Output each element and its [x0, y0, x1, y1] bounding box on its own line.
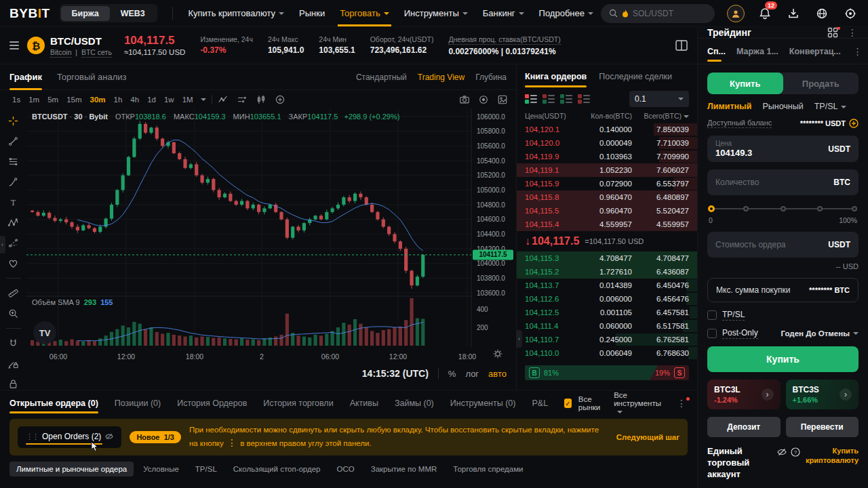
panel-layout-icon[interactable]: [675, 40, 688, 51]
deposit-plus-icon[interactable]: [849, 119, 859, 128]
layout-grid-button[interactable]: [827, 27, 838, 38]
bid-row[interactable]: 104,112.50.0011056.457581: [517, 306, 697, 319]
next-step-button[interactable]: Следующий шаг: [616, 433, 679, 441]
bottom-tab-4[interactable]: История торговли: [263, 390, 333, 416]
edit-lock-icon[interactable]: [7, 358, 19, 369]
scale-log-toggle[interactable]: лог: [465, 369, 479, 379]
lock-icon[interactable]: [7, 378, 19, 390]
trading-tab-2[interactable]: Маржа 1...: [736, 39, 778, 64]
bid-row[interactable]: 104,110.70.2450006.762581: [517, 333, 697, 346]
tab-recent-trades[interactable]: Последние сделки: [599, 64, 672, 89]
tab-chart[interactable]: График: [9, 64, 42, 90]
brush-icon[interactable]: [7, 176, 19, 188]
bid-row[interactable]: 104,112.60.0060006.456476: [517, 292, 697, 306]
timeframe-15m[interactable]: 15m: [62, 96, 85, 104]
orderbook-view-both[interactable]: [525, 94, 537, 104]
search-input[interactable]: SOL/USDT: [601, 4, 715, 23]
time-in-force-dropdown[interactable]: Годен До Отмены: [781, 329, 859, 338]
trading-tab-3[interactable]: Конвертац...: [789, 39, 841, 64]
type-limit[interactable]: Лимитный: [707, 102, 751, 111]
timeframe-1d[interactable]: 1d: [143, 96, 160, 104]
indicators-icon[interactable]: [237, 94, 248, 105]
notifications-button[interactable]: 12: [757, 5, 773, 22]
hide-balance-icon[interactable]: [777, 447, 787, 457]
chart-style-icon[interactable]: [218, 94, 229, 105]
scale-percent-toggle[interactable]: %: [448, 369, 456, 379]
price-field[interactable]: Цена 104149.3 USDT: [707, 136, 859, 162]
target-icon[interactable]: [478, 94, 489, 105]
ask-row[interactable]: 104,119.90.1039637.709990: [517, 150, 697, 163]
buy-submit-button[interactable]: Купить: [707, 346, 859, 372]
bottom-tab-8[interactable]: P&L: [532, 390, 548, 416]
subtab-6[interactable]: Закрытие по MMR: [364, 462, 444, 476]
pairs-menu-icon[interactable]: [9, 41, 19, 49]
trading-tabs-menu[interactable]: ⋮: [852, 46, 864, 57]
ask-row[interactable]: 104,115.44.5599574.559957: [517, 218, 697, 231]
subtab-3[interactable]: TP/SL: [189, 462, 224, 476]
bottom-tab-3[interactable]: История Ордеров: [177, 390, 247, 416]
axis-settings-icon[interactable]: [493, 349, 502, 359]
bottom-tab-5[interactable]: Активы: [350, 390, 378, 416]
timeframe-1M[interactable]: 1M: [178, 96, 197, 104]
timeframe-dropdown-icon[interactable]: [201, 98, 206, 101]
bottom-tab-6[interactable]: Займы (0): [395, 390, 434, 416]
compare-candles-icon[interactable]: [256, 94, 267, 105]
bottom-tab-2[interactable]: Позиции (0): [115, 390, 161, 416]
grouping-dropdown[interactable]: 0.1: [629, 91, 689, 107]
toggle-exchange[interactable]: Биржа: [61, 6, 110, 21]
tab-trading-analysis[interactable]: Торговый анализ: [57, 64, 127, 90]
token-card-BTC3L[interactable]: BTC3L-1.24%›: [707, 380, 781, 409]
parallel-channel-icon[interactable]: [7, 156, 19, 167]
tab-orderbook[interactable]: Книга ордеров: [525, 64, 587, 89]
all-markets-checkbox[interactable]: ✓: [564, 399, 572, 408]
type-tpsl[interactable]: TP/SL: [814, 102, 847, 111]
tpsl-checkbox[interactable]: [707, 310, 717, 320]
snapshot-icon[interactable]: [497, 94, 508, 105]
transfer-button[interactable]: Перевести: [786, 417, 859, 437]
nav-item-2[interactable]: Рынки: [292, 0, 332, 26]
type-market[interactable]: Рыночный: [762, 102, 803, 111]
col-total[interactable]: Всего(BTC): [632, 112, 689, 120]
mode-depth[interactable]: Глубина: [475, 73, 507, 82]
language-button[interactable]: [814, 5, 830, 22]
bottom-kebab-menu[interactable]: ⋮: [675, 398, 688, 409]
xabcd-pattern-icon[interactable]: [7, 217, 19, 228]
ask-row[interactable]: 104,120.00.0000497.710039: [517, 136, 697, 150]
candlestick-chart[interactable]: 106000.0105800.0105600.0105400.0105200.0…: [26, 108, 516, 347]
ask-row[interactable]: 104,115.50.9604705.520427: [517, 204, 697, 218]
time-axis[interactable]: 06:0012:0018:00206:0012:0018:00: [26, 347, 516, 362]
chart-plot[interactable]: 106000.0105800.0105600.0105400.0105200.0…: [26, 108, 516, 390]
slider-handle[interactable]: [708, 205, 715, 212]
subtab-5[interactable]: OCO: [330, 462, 361, 476]
orderbook-mid-price[interactable]: ↓104,117.5 =104,117.50 USD: [517, 231, 697, 251]
add-circle-icon[interactable]: [275, 94, 285, 105]
nav-item-1[interactable]: Купить криптовалюту: [180, 0, 292, 26]
ask-row[interactable]: 104,115.80.9604706.480897: [517, 190, 697, 204]
download-button[interactable]: [785, 5, 802, 22]
nav-item-6[interactable]: Подробнее: [532, 0, 601, 26]
all-instruments-dropdown[interactable]: Все инструменты: [614, 391, 669, 415]
toolbar-collapse-handle[interactable]: ‹: [0, 236, 5, 253]
buy-crypto-link[interactable]: Купить криптовалюту: [806, 446, 859, 466]
bottom-tab-7[interactable]: Инструменты (0): [450, 390, 516, 416]
buy-toggle[interactable]: Купить: [707, 73, 783, 94]
orderbook-view-asks[interactable]: [578, 94, 590, 104]
tradingview-logo[interactable]: TV: [33, 321, 56, 344]
settings-button[interactable]: [842, 5, 859, 22]
magnet-icon[interactable]: [7, 338, 19, 349]
ask-row[interactable]: 104,120.10.1400007.850039: [517, 123, 697, 136]
trading-menu-button[interactable]: ⋮: [846, 27, 859, 38]
bid-row[interactable]: 104,111.40.0600006.517581: [517, 319, 697, 333]
bid-row[interactable]: 104,115.21.7276106.436087: [517, 265, 697, 279]
camera-icon[interactable]: [459, 94, 470, 105]
subtab-4[interactable]: Скользящий стоп-ордер: [226, 462, 328, 476]
text-icon[interactable]: T: [7, 197, 19, 208]
orderbook-view-grid[interactable]: [542, 94, 555, 104]
orderbook-collapse-handle[interactable]: ‹: [516, 330, 522, 348]
scale-auto-toggle[interactable]: авто: [488, 369, 507, 379]
mode-tradingview[interactable]: Trading View: [418, 73, 465, 82]
heart-icon[interactable]: [7, 258, 19, 269]
zoom-in-icon[interactable]: [7, 308, 19, 319]
timeframe-4h[interactable]: 4h: [126, 96, 143, 104]
forecast-icon[interactable]: [7, 237, 19, 249]
